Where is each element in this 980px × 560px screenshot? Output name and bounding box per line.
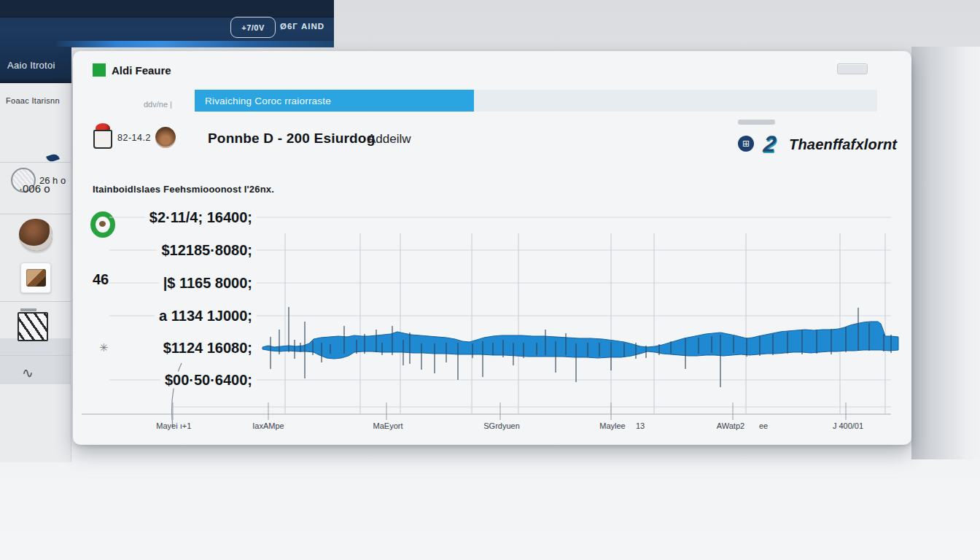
chart-section-title: Itainboidlslaes Feehsmiooonost I'26nx.: [93, 184, 274, 195]
y-axis-label: a 1134 1J000;: [155, 308, 257, 324]
x-axis-label: SGrdyuen: [483, 421, 520, 430]
divider: [0, 301, 71, 302]
app-window: +7/0V Ø6Г AIND Aaio Itrotoi Foaac Itaris…: [0, 0, 980, 560]
voltage-button[interactable]: +7/0V: [230, 17, 276, 38]
sidebar-item-package[interactable]: [0, 260, 71, 303]
top-navigation-bar: +7/0V Ø6Г AIND: [0, 0, 334, 47]
x-axis-label: Maylee: [599, 421, 625, 430]
bag-body: [93, 130, 112, 149]
y-axis-label: |$ 1165 8000;: [159, 275, 257, 292]
x-axis-label: ee: [759, 421, 768, 430]
divider: [0, 162, 71, 163]
y-axis-label: $2·11/4; 16400;: [145, 209, 257, 226]
y-axis-label: $00·50·6400;: [160, 372, 257, 389]
divider: [0, 214, 71, 214]
sidebar-item-hatch[interactable]: [0, 306, 71, 346]
x-axis-label: AWatp2: [717, 421, 744, 430]
x-axis-label: IaxAMpe: [252, 421, 284, 430]
sidebar: Foaac Itarisnn 26 h o ·006 o ∿: [0, 83, 71, 462]
hatch-pattern-icon: [18, 312, 48, 341]
blue-accent-bar: [56, 41, 334, 47]
panel-options-button[interactable]: [837, 63, 868, 74]
truffle-icon: [19, 219, 52, 251]
user-avatar[interactable]: [155, 127, 176, 148]
record-subtitle: Addeilw: [368, 132, 411, 147]
sidebar-item-wave[interactable]: ∿: [0, 362, 71, 391]
sidebar-item-truffle[interactable]: [0, 217, 71, 255]
waveform-icon: ∿: [22, 365, 34, 381]
tab-meta-label: ddv/ne |: [144, 100, 172, 109]
topnav-brand-label: Ø6Г AIND: [280, 22, 324, 31]
vehicle-badge-icon[interactable]: ⊞: [738, 136, 754, 152]
app-name-label: Aaio Itrotoi: [0, 47, 71, 83]
sidebar-title: Foaac Itarisnn: [0, 83, 71, 105]
bag-icon[interactable]: [93, 125, 112, 149]
sidebar-item-code[interactable]: ·006 o: [0, 175, 71, 204]
left-axis-number: 46: [93, 271, 109, 288]
green-ring-logo-icon: [90, 211, 115, 238]
mini-progress-pill: [738, 120, 775, 125]
title-strip: [0, 0, 334, 18]
y-axis-label: $1124 16080;: [159, 340, 257, 357]
green-legend-icon: [93, 63, 106, 77]
x-axis-label: 13: [636, 421, 645, 430]
panel-title: Aldi Feaure: [112, 64, 171, 77]
package-icon: [26, 269, 46, 287]
record-title: Ponnbe D - 200 Esiurdog: [208, 131, 375, 147]
y-axis-label: $12185·8080;: [157, 242, 257, 259]
sidebar-item-label: ·006 o: [19, 182, 50, 195]
x-axis-label: J 400/01: [833, 421, 863, 430]
package-icon-frame: [20, 262, 51, 293]
divider: [0, 355, 71, 356]
x-axis-label: +1: [182, 421, 192, 430]
background-fade: [911, 47, 980, 459]
swoosh-logo-icon: 2: [762, 131, 777, 158]
partner-brand-label: Thaenffafxlornt: [789, 136, 897, 153]
toolbar-meta-label: 82-14.2: [117, 133, 151, 143]
asterisk-icon: ✳: [99, 341, 109, 354]
x-axis-label: MaEyort: [373, 421, 403, 430]
tab-bar: Rivaiching Coroc rraiorraste: [195, 90, 877, 112]
tab-active[interactable]: Rivaiching Coroc rraiorraste: [195, 90, 474, 112]
sidebar-item-globe[interactable]: 26 h o: [0, 125, 71, 169]
x-axis-label: Mayei ı: [156, 421, 182, 430]
